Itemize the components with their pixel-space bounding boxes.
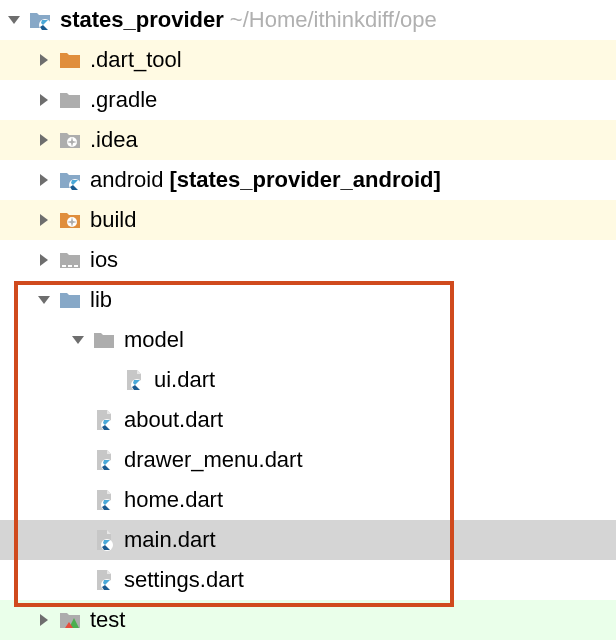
tree-label: model	[124, 327, 184, 353]
folder-blue-icon	[58, 288, 82, 312]
tree-row-home-dart[interactable]: home.dart	[0, 480, 616, 520]
tree-label: drawer_menu.dart	[124, 447, 303, 473]
dart-file-icon	[92, 448, 116, 472]
chevron-right-icon[interactable]	[36, 52, 52, 68]
tree-label: .dart_tool	[90, 47, 182, 73]
tree-label: test	[90, 607, 125, 633]
tree-label: ios	[90, 247, 118, 273]
tree-row-ios[interactable]: ios	[0, 240, 616, 280]
tree-label: android	[90, 167, 163, 193]
tree-label: home.dart	[124, 487, 223, 513]
tree-label: settings.dart	[124, 567, 244, 593]
tree-row-about-dart[interactable]: about.dart	[0, 400, 616, 440]
tree-path: ~/Home/ithinkdiff/ope	[230, 7, 437, 33]
tree-row-model[interactable]: model	[0, 320, 616, 360]
project-tree: states_provider ~/Home/ithinkdiff/ope .d…	[0, 0, 616, 640]
tree-row-drawer-menu-dart[interactable]: drawer_menu.dart	[0, 440, 616, 480]
tree-row-ui-dart[interactable]: ui.dart	[0, 360, 616, 400]
tree-row-test[interactable]: test	[0, 600, 616, 640]
tree-label: .idea	[90, 127, 138, 153]
chevron-down-icon[interactable]	[70, 332, 86, 348]
tree-row-root[interactable]: states_provider ~/Home/ithinkdiff/ope	[0, 0, 616, 40]
chevron-right-icon[interactable]	[36, 612, 52, 628]
tree-row-main-dart[interactable]: main.dart	[0, 520, 616, 560]
folder-gray-icon	[58, 88, 82, 112]
chevron-right-icon[interactable]	[36, 252, 52, 268]
folder-flutter-icon	[28, 8, 52, 32]
folder-test-icon	[58, 608, 82, 632]
dart-file-icon	[122, 368, 146, 392]
tree-row-android[interactable]: android [states_provider_android]	[0, 160, 616, 200]
tree-label: ui.dart	[154, 367, 215, 393]
tree-label: about.dart	[124, 407, 223, 433]
chevron-right-icon[interactable]	[36, 92, 52, 108]
folder-flutter-icon	[58, 168, 82, 192]
chevron-right-icon[interactable]	[36, 172, 52, 188]
tree-module-label: [states_provider_android]	[169, 167, 440, 193]
tree-row-dart-tool[interactable]: .dart_tool	[0, 40, 616, 80]
tree-row-idea[interactable]: .idea	[0, 120, 616, 160]
tree-row-settings-dart[interactable]: settings.dart	[0, 560, 616, 600]
chevron-right-icon[interactable]	[36, 132, 52, 148]
dart-file-icon	[92, 408, 116, 432]
chevron-down-icon[interactable]	[36, 292, 52, 308]
folder-generated-gray-icon	[58, 128, 82, 152]
chevron-down-icon[interactable]	[6, 12, 22, 28]
folder-orange-icon	[58, 48, 82, 72]
tree-row-gradle[interactable]: .gradle	[0, 80, 616, 120]
dart-file-icon	[92, 528, 116, 552]
tree-label: build	[90, 207, 136, 233]
folder-generated-icon	[58, 208, 82, 232]
dart-file-icon	[92, 488, 116, 512]
tree-label: .gradle	[90, 87, 157, 113]
chevron-right-icon[interactable]	[36, 212, 52, 228]
tree-row-build[interactable]: build	[0, 200, 616, 240]
dart-file-icon	[92, 568, 116, 592]
folder-gray-icon	[92, 328, 116, 352]
folder-gray-dot-icon	[58, 248, 82, 272]
tree-label: lib	[90, 287, 112, 313]
tree-label: states_provider	[60, 7, 224, 33]
tree-row-lib[interactable]: lib	[0, 280, 616, 320]
tree-label: main.dart	[124, 527, 216, 553]
